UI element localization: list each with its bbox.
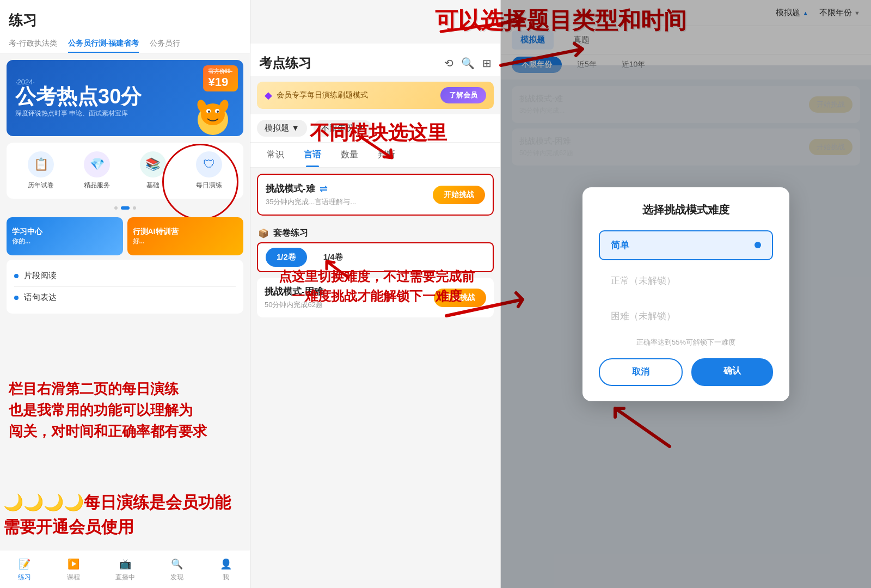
dot-3 [133, 206, 136, 210]
vol-tab-half[interactable]: 1/2卷 [266, 248, 307, 267]
icon-search[interactable]: 🔍 [461, 57, 475, 70]
icon-jichu[interactable]: 📚 基础 [140, 151, 166, 190]
study-center-label: 学习中心 [12, 227, 42, 237]
section-header-taojuan: 📦 套卷练习 [250, 221, 500, 242]
list-dot-1 [14, 274, 19, 278]
nav-kecheng[interactable]: ▶️ 课程 [66, 557, 81, 582]
practice-list: 片段阅读 语句表达 [7, 260, 243, 314]
meiriyanlian-label: 每日演练 [196, 181, 222, 190]
diamond-icon: ◆ [265, 89, 272, 101]
selected-indicator [755, 242, 761, 248]
icon-share[interactable]: ⊞ [482, 57, 492, 70]
annotation-scroll-text: 栏目右滑第二页的每日演练 也是我常用的功能可以理解为 闯关，对时间和正确率都有要… [9, 378, 243, 442]
member-btn[interactable]: 了解会员 [440, 87, 486, 103]
nav-faxian-label: 发现 [170, 573, 183, 582]
bottom-navigation: 📝 练习 ▶️ 课程 📺 直播中 🔍 发现 👤 我 [0, 550, 250, 588]
left-header: 练习 考-行政执法类 公务员行测-福建省考 公务员行 [0, 0, 250, 53]
promo-banner[interactable]: ·2024· 公考热点30分 深度评说热点时事 申论、面试素材宝库 官方价89-… [7, 60, 243, 136]
start-challenge-easy-btn[interactable]: 开始挑战 [433, 186, 485, 204]
nav-lianxi[interactable]: 📝 练习 [17, 557, 32, 582]
linian-icon: 📋 [28, 151, 54, 177]
jingpin-label: 精品服务 [84, 181, 110, 190]
modal-option-hard[interactable]: 困难（未解锁） [599, 301, 773, 331]
ai-training-card[interactable]: 行测AI特训营 好... [127, 217, 244, 255]
app-title: 练习 [9, 7, 241, 34]
difficulty-modal: 选择挑战模式难度 简单 正常（未解锁） 困难（未解锁） 正确率达到55%可解锁下… [582, 187, 789, 401]
list-item-duanduyuedu[interactable]: 片段阅读 [14, 265, 236, 287]
member-promo-banner[interactable]: ◆ 会员专享每日演练刷题模式 了解会员 [257, 82, 494, 109]
icon-jingpin[interactable]: 💎 精品服务 [84, 151, 110, 190]
annotation-module-text: 不同模块选这里 [310, 121, 447, 144]
icon-linian[interactable]: 📋 历年试卷 [28, 151, 54, 190]
icon-meiriyanlian[interactable]: 🛡 每日演练 [196, 151, 222, 190]
dot-1 [114, 206, 118, 210]
annotation-member-text: 🌙🌙🌙🌙每日演练是会员功能 需要开通会员使用 [3, 490, 248, 539]
list-label-1: 片段阅读 [24, 271, 57, 281]
swap-icon[interactable]: ⇌ [320, 183, 328, 195]
mascot-image [191, 87, 235, 136]
nav-faxian[interactable]: 🔍 发现 [170, 557, 184, 582]
mid-header: 考点练习 ⟲ 🔍 ⊞ [250, 44, 500, 76]
svg-point-5 [217, 111, 219, 113]
linian-label: 历年试卷 [28, 181, 54, 190]
modal-button-row: 取消 确认 [599, 358, 773, 386]
modal-option-normal[interactable]: 正常（未解锁） [599, 266, 773, 296]
mid-top-icons: ⟲ 🔍 ⊞ [444, 57, 492, 70]
nav-zhibo[interactable]: 📺 直播中 [115, 557, 135, 582]
category-tabs: 考-行政执法类 公务员行测-福建省考 公务员行 [9, 34, 241, 53]
list-dot-2 [14, 296, 19, 300]
ai-training-label: 行测AI特训营 [133, 227, 179, 237]
nav-wo-icon: 👤 [219, 557, 233, 571]
nav-lianxi-icon: 📝 [17, 557, 32, 571]
list-item-yujubiaoda[interactable]: 语句表达 [14, 287, 236, 308]
modal-confirm-btn[interactable]: 确认 [691, 358, 773, 386]
jichu-label: 基础 [146, 181, 160, 190]
challenge-card-easy: 挑战模式-难 ⇌ 35分钟内完成...言语理解与... 开始挑战 [257, 174, 494, 216]
vol-tab-quarter[interactable]: 1/4卷 [312, 248, 354, 267]
study-center-sub: 你的... [12, 237, 42, 246]
section-label-taojuan: 套卷练习 [273, 228, 308, 239]
shield-icon: 🛡 [196, 151, 222, 177]
study-banners: 学习中心 你的... 行测AI特训营 好... [7, 217, 243, 255]
study-center-card[interactable]: 学习中心 你的... [7, 217, 123, 255]
nav-zhibo-icon: 📺 [118, 557, 132, 571]
ai-training-sub: 好... [133, 237, 179, 246]
modal-overlay: 选择挑战模式难度 简单 正常（未解锁） 困难（未解锁） 正确率达到55%可解锁下… [501, 0, 871, 588]
jingpin-icon: 💎 [84, 151, 110, 177]
svg-point-4 [208, 111, 210, 113]
jichu-icon: 📚 [140, 151, 166, 177]
nav-kecheng-icon: ▶️ [66, 557, 81, 571]
challenge-sub-easy: 35分钟内完成...言语理解与... [266, 197, 356, 207]
nav-lianxi-label: 练习 [18, 573, 31, 582]
nav-faxian-icon: 🔍 [170, 557, 184, 571]
tab-gonwu[interactable]: 公务员行 [150, 39, 180, 53]
modal-title: 选择挑战模式难度 [599, 203, 773, 217]
challenge-title-wrap: 挑战模式-难 ⇌ [266, 182, 356, 195]
icon-history[interactable]: ⟲ [444, 57, 453, 70]
page-dots [0, 203, 250, 213]
original-price: 官方价89- [208, 68, 232, 75]
taojuan-icon: 📦 [258, 228, 269, 238]
modal-cancel-btn[interactable]: 取消 [599, 358, 683, 386]
nav-wo[interactable]: 👤 我 [219, 557, 233, 582]
modal-option-easy[interactable]: 简单 [599, 230, 773, 260]
banner-title: 公考热点30分 [15, 86, 142, 107]
left-annotation-scroll: 栏目右滑第二页的每日演练 也是我常用的功能可以理解为 闯关，对时间和正确率都有要… [3, 374, 248, 446]
nav-kecheng-label: 课程 [67, 573, 80, 582]
member-banner-text: 会员专享每日演练刷题模式 [277, 90, 368, 100]
list-label-2: 语句表达 [24, 292, 57, 303]
subject-tabs: 常识 言语 数量 判断 [250, 143, 500, 168]
mid-top-row: 考点练习 ⟲ 🔍 ⊞ [259, 50, 492, 76]
dot-2 [121, 206, 130, 210]
nav-wo-label: 我 [223, 573, 229, 582]
tab-zhifa[interactable]: 考-行政执法类 [9, 39, 57, 53]
option-normal-label: 正常（未解锁） [611, 274, 676, 287]
tab-fujian[interactable]: 公务员行测-福建省考 [68, 39, 139, 53]
right-panel: 模拟题 ▲ 不限年份 ▼ 模拟题 真题 不限年份 近5年 近10年 挑战模式-难… [501, 0, 871, 588]
challenge-title-row: 挑战模式-难 ⇌ 35分钟内完成...言语理解与... 开始挑战 [266, 182, 485, 207]
feature-icon-grid: 📋 历年试卷 💎 精品服务 📚 基础 🛡 每日演练 [7, 143, 243, 199]
mid-panel-title: 考点练习 [259, 54, 311, 72]
challenge-title-easy: 挑战模式-难 [266, 182, 315, 195]
option-easy-label: 简单 [611, 239, 629, 252]
left-phone-panel: 练习 考-行政执法类 公务员行测-福建省考 公务员行 ·2024· 公考热点30… [0, 0, 250, 588]
